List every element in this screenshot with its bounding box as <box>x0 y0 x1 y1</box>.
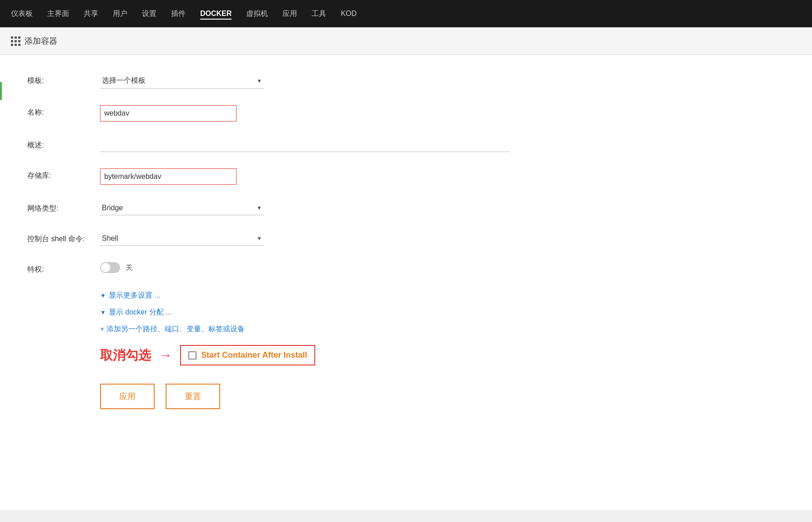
annotation-text: 取消勾选 <box>100 347 151 364</box>
nav-settings[interactable]: 设置 <box>142 7 156 20</box>
nav-dashboard[interactable]: 仪表板 <box>11 7 33 20</box>
links-section: ▼ 显示更多设置 ... ▼ 显示 docker 分配 ... + 添加另一个路… <box>100 291 785 334</box>
shell-select[interactable]: Shell ▼ <box>100 232 264 246</box>
repo-input[interactable] <box>100 168 237 185</box>
show-docker-link[interactable]: ▼ 显示 docker 分配 ... <box>100 308 785 317</box>
start-container-label: Start Container After Install <box>201 350 307 360</box>
expand-links: ▼ 显示更多设置 ... ▼ 显示 docker 分配 ... + 添加另一个路… <box>100 291 785 334</box>
chevron-down-icon: ▼ <box>100 292 106 299</box>
show-docker-label: 显示 docker 分配 ... <box>109 308 172 317</box>
privilege-toggle[interactable] <box>100 262 120 273</box>
repo-control <box>100 168 509 185</box>
privilege-label: 特权: <box>27 262 100 274</box>
template-select-text: 选择一个模板 <box>102 76 146 86</box>
repo-label: 存储库: <box>27 168 100 181</box>
apply-button[interactable]: 应用 <box>100 384 155 409</box>
grid-icon <box>11 36 20 46</box>
nav-main[interactable]: 主界面 <box>47 7 69 20</box>
privilege-toggle-row: 关 <box>100 262 509 273</box>
show-more-link[interactable]: ▼ 显示更多设置 ... <box>100 291 785 300</box>
privilege-toggle-label: 关 <box>126 263 133 273</box>
network-control: Bridge ▼ <box>100 201 509 215</box>
nav-share[interactable]: 共享 <box>84 7 98 20</box>
top-navigation: 仪表板 主界面 共享 用户 设置 插件 DOCKER 虚拟机 应用 工具 KOD <box>0 0 812 27</box>
network-select[interactable]: Bridge ▼ <box>100 201 264 215</box>
shell-row: 控制台 shell 命令: Shell ▼ <box>27 232 785 246</box>
network-select-text: Bridge <box>102 204 123 212</box>
template-select[interactable]: 选择一个模板 ▼ <box>100 73 264 89</box>
privilege-row: 特权: 关 <box>27 262 785 274</box>
network-label: 网络类型: <box>27 201 100 213</box>
main-content: 模板: 选择一个模板 ▼ 名称: 概述: 存储库: 网络类型: B <box>0 55 812 510</box>
page-title: 添加容器 <box>25 35 57 46</box>
chevron-down-icon-2: ▼ <box>100 309 106 316</box>
page-header: 添加容器 <box>0 27 812 55</box>
nav-users[interactable]: 用户 <box>113 7 127 20</box>
description-label: 概述: <box>27 138 100 150</box>
nav-vm[interactable]: 虚拟机 <box>246 7 268 20</box>
add-path-label: + 添加另一个路径、端口、变量、标签或设备 <box>100 324 245 334</box>
description-control <box>100 138 509 152</box>
name-input[interactable] <box>100 105 237 122</box>
privilege-control: 关 <box>100 262 509 273</box>
shell-control: Shell ▼ <box>100 232 509 246</box>
description-input[interactable] <box>100 138 509 152</box>
nav-tools[interactable]: 工具 <box>312 7 326 20</box>
annotation-area: 取消勾选 → Start Container After Install <box>100 345 785 365</box>
repo-row: 存储库: <box>27 168 785 185</box>
name-control <box>100 105 509 122</box>
shell-label: 控制台 shell 命令: <box>27 232 100 244</box>
shell-arrow-icon: ▼ <box>257 235 262 242</box>
shell-select-text: Shell <box>102 234 118 243</box>
start-container-checkbox-container[interactable]: Start Container After Install <box>180 345 315 365</box>
start-container-checkbox[interactable] <box>188 351 197 360</box>
template-arrow-icon: ▼ <box>257 78 262 84</box>
description-row: 概述: <box>27 138 785 152</box>
template-control: 选择一个模板 ▼ <box>100 73 509 89</box>
nav-apps[interactable]: 应用 <box>282 7 297 20</box>
network-arrow-icon: ▼ <box>257 205 262 211</box>
nav-kod[interactable]: KOD <box>341 8 357 20</box>
template-label: 模板: <box>27 73 100 86</box>
annotation-arrow: → <box>159 348 172 363</box>
network-row: 网络类型: Bridge ▼ <box>27 201 785 215</box>
show-more-label: 显示更多设置 ... <box>109 291 161 300</box>
reset-button[interactable]: 重置 <box>166 384 220 409</box>
nav-docker[interactable]: DOCKER <box>200 8 232 20</box>
nav-plugins[interactable]: 插件 <box>171 7 186 20</box>
name-row: 名称: <box>27 105 785 122</box>
accent-bar <box>0 82 2 100</box>
name-label: 名称: <box>27 105 100 117</box>
buttons-row: 应用 重置 <box>100 384 785 409</box>
add-path-link[interactable]: + 添加另一个路径、端口、变量、标签或设备 <box>100 324 785 334</box>
template-row: 模板: 选择一个模板 ▼ <box>27 73 785 89</box>
